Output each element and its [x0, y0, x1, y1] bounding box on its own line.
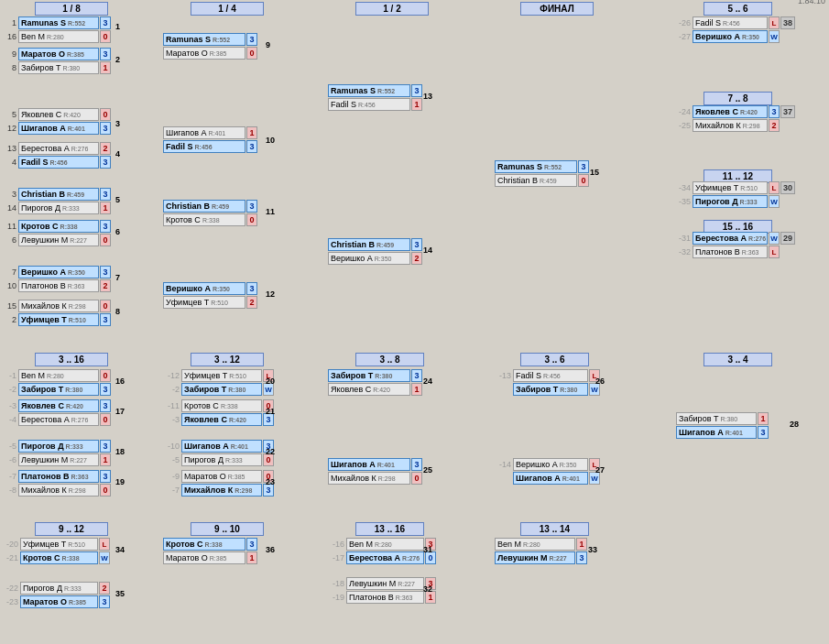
match-56: -26 Fadil S R:456 L 38 -27 Веришко А R:3… [676, 16, 795, 44]
score: 0 [100, 108, 111, 121]
seed: 1 [2, 18, 18, 27]
score: 3 [100, 399, 111, 412]
player-name-box: Ben M R:280 [346, 538, 424, 551]
match-10: Шигапов А R:401 1 Fadil S R:456 3 [163, 126, 257, 154]
score: 3 [411, 238, 422, 251]
score: 0 [100, 369, 111, 382]
match-9: Ramunas S R:552 3 Маратов О R:385 0 [163, 33, 257, 60]
player-name-box: Платонов В R:363 [18, 279, 99, 292]
player-name-box: Михайлов К R:298 [18, 300, 99, 312]
match-22: -10 Шигапов А R:401 3 -5 Пирогов Д R:333… [163, 440, 274, 467]
player-name-box: Ramunas S R:552 [163, 33, 245, 46]
title-14: 1 / 4 [191, 2, 264, 16]
match-num: 8 [115, 307, 120, 316]
player-name-box: Маратов О R:385 [20, 595, 98, 608]
seed: -24 [676, 107, 693, 116]
player-name-box: Берестова А R:276 [346, 551, 424, 564]
seed: -32 [676, 247, 693, 257]
match-num: 32 [423, 584, 432, 594]
score: 0 [246, 213, 257, 226]
score: 3 [99, 595, 110, 608]
match-num: 21 [266, 407, 275, 416]
player-name-box: Уфимцев Т R:510 [18, 313, 99, 326]
seed: 13 [2, 144, 18, 153]
score: 3 [100, 313, 111, 326]
score: W [769, 232, 780, 245]
match-27: -14 Веришко А R:350 L Шигапов А R:401 W [495, 458, 600, 486]
match-num: 14 [423, 246, 432, 255]
match-18-lower: -5 Пирогов Д R:333 3 -6 Левушкин М R:227… [2, 440, 111, 467]
score: 3 [758, 426, 769, 439]
match-35: -22 Пирогов Д R:333 2 -23 Маратов О R:38… [2, 582, 110, 609]
match-20: -12 Уфимцев Т R:510 L -2 Забиров Т R:380… [163, 369, 274, 397]
score: 2 [246, 296, 257, 309]
player-name-box: Михайлов К R:298 [693, 119, 768, 132]
score: 3 [100, 470, 111, 483]
match-num: 28 [790, 420, 799, 429]
score: 2 [99, 582, 110, 595]
score: W [769, 30, 780, 43]
player-name-box: Платонов В R:363 [346, 591, 424, 604]
player-name-box: Яковлев С R:420 [18, 108, 99, 121]
player-name-box: Уфимцев Т R:510 [163, 296, 245, 309]
title-34: 3 .. 4 [704, 353, 772, 366]
player-name-box: Михайлов К R:298 [18, 484, 99, 497]
seed: -35 [676, 197, 693, 206]
player-name-box: Пирогов Д R:333 [693, 195, 768, 208]
match-19-lower: -7 Платонов В R:363 3 -8 Михайлов К R:29… [2, 470, 111, 497]
seed: 16 [2, 32, 18, 41]
match-26: -13 Fadil S R:456 L Забиров Т R:380 W [495, 369, 600, 397]
score: W [99, 551, 110, 564]
player-name-box: Christian B R:459 [18, 188, 99, 201]
player-name-box: Fadil S R:456 [163, 140, 245, 153]
match-24: Забиров Т R:380 3 Яковлев С R:420 1 [328, 369, 422, 397]
match-num: 13 [423, 92, 432, 101]
score: 0 [246, 47, 257, 60]
player-name-box: Берестова А R:276 [18, 142, 99, 155]
title-910: 9 .. 10 [191, 522, 264, 536]
match-num: 4 [115, 149, 120, 158]
score: 3 [100, 440, 111, 453]
seed: 8 [2, 63, 18, 72]
seed: -3 [2, 401, 18, 410]
player-name-box: Шигапов А R:401 [513, 472, 588, 485]
player-name-box: Забиров Т R:380 [328, 369, 410, 382]
match-2: 9 Маратов О R:385 3 8 Забиров Т R:380 1 [2, 48, 111, 75]
score: 2 [769, 119, 780, 132]
score: 3 [246, 538, 257, 551]
match-num: 24 [423, 377, 432, 386]
seed: 2 [2, 315, 18, 324]
seed: -27 [676, 32, 693, 41]
match-14: Christian B R:459 3 Веришко А R:350 2 [328, 238, 422, 266]
match-num: 1 [115, 22, 120, 31]
player-name-box: Уфимцев Т R:510 [693, 181, 768, 194]
score: 3 [411, 369, 422, 382]
score: 1 [411, 98, 422, 111]
title-78: 7 .. 8 [704, 92, 772, 105]
player-name-box: Веришко А R:350 [513, 458, 588, 471]
score: 2 [100, 142, 111, 155]
score: 1 [100, 61, 111, 74]
seed: -6 [2, 455, 18, 464]
seed: 3 [2, 190, 18, 199]
score: 3 [100, 188, 111, 201]
score: 3 [246, 282, 257, 295]
seed: 10 [2, 281, 18, 290]
score: 1 [100, 202, 111, 214]
match-5: 3 Christian B R:459 3 14 Пирогов Д R:333… [2, 188, 111, 215]
seed: -31 [676, 234, 693, 243]
player-name-box: Веришко А R:350 [693, 30, 768, 43]
score: 3 [100, 383, 111, 396]
score: 3 [411, 84, 422, 97]
seed: -26 [676, 18, 693, 27]
match-num: 20 [266, 377, 275, 386]
match-17-lower: -3 Яковлев С R:420 3 -4 Берестова А R:27… [2, 399, 111, 427]
match-num: 36 [266, 545, 275, 554]
player-name-box: Забиров Т R:380 [18, 383, 99, 396]
player-name-box: Яковлев С R:420 [328, 383, 410, 396]
final-score: 30 [780, 181, 795, 194]
match-36: Кротов С R:338 3 Маратов О R:385 1 [163, 538, 257, 565]
seed: -2 [2, 385, 18, 394]
match-num: 25 [423, 465, 432, 475]
player-name-box: Ramunas S R:552 [495, 160, 577, 173]
